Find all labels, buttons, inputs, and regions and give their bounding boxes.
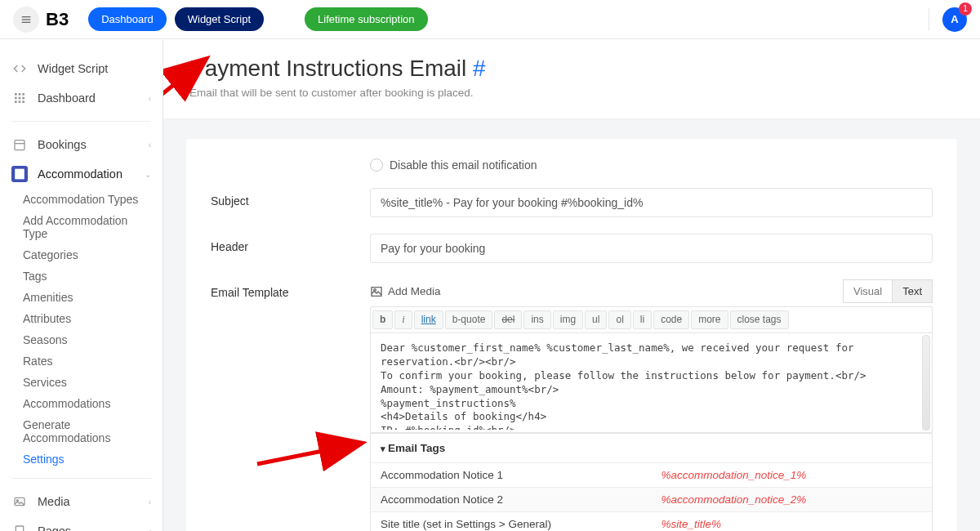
editor-button-link[interactable]: link: [414, 310, 443, 329]
svg-rect-17: [16, 526, 23, 531]
editor-button-ul[interactable]: ul: [585, 310, 607, 329]
sidebar-item-accommodation[interactable]: Accommodation ⌄: [0, 159, 163, 189]
tag-name: Accommodation Notice 2: [371, 488, 652, 511]
svg-rect-6: [15, 97, 17, 100]
submenu-services[interactable]: Services: [0, 372, 163, 393]
disable-notification-label: Disable this email notification: [390, 158, 537, 172]
svg-rect-14: [16, 169, 24, 179]
chevron-left-icon: ‹: [149, 527, 151, 532]
logo: B3: [46, 9, 69, 30]
submenu-tags[interactable]: Tags: [0, 266, 163, 287]
divider: [929, 8, 929, 31]
tag-name: Accommodation Notice 1: [371, 463, 652, 487]
chevron-left-icon: ‹: [149, 498, 151, 506]
add-media-label: Add Media: [388, 285, 441, 297]
sidebar-item-widget-script[interactable]: Widget Script: [0, 54, 163, 83]
submenu-accommodation-types[interactable]: Accommodation Types: [0, 189, 163, 210]
page-header: Payment Instructions Email # Email that …: [163, 39, 980, 119]
scrollbar[interactable]: [922, 335, 930, 431]
editor-button-ins[interactable]: ins: [523, 310, 550, 329]
submenu-amenities[interactable]: Amenities: [0, 287, 163, 308]
editor-button-del[interactable]: del: [494, 310, 522, 329]
sidebar-item-label: Pages: [38, 524, 149, 531]
header-input[interactable]: [370, 234, 933, 263]
svg-rect-12: [15, 141, 24, 150]
page-title: Payment Instructions Email #: [189, 56, 954, 82]
submenu-categories[interactable]: Categories: [0, 244, 163, 266]
sidebar-item-label: Media: [38, 495, 149, 508]
email-template-label: Email Template: [211, 279, 370, 299]
grid-icon: [11, 90, 28, 106]
subject-input[interactable]: [370, 188, 933, 217]
subject-label: Subject: [211, 188, 370, 207]
editor-button-close-tags[interactable]: close tags: [730, 310, 789, 329]
submenu-generate-accommodations[interactable]: Generate Accommodations: [0, 414, 163, 448]
pages-icon: [11, 523, 28, 531]
sidebar-item-media[interactable]: Media ‹: [0, 487, 163, 516]
chevron-down-icon: ⌄: [145, 170, 151, 179]
chevron-left-icon: ‹: [149, 94, 151, 103]
main-content: Payment Instructions Email # Email that …: [163, 39, 980, 531]
editor-toolbar: bilinkb-quotedelinsimgulollicodemoreclos…: [371, 307, 932, 333]
editor-button-i[interactable]: i: [394, 310, 412, 329]
add-media-button[interactable]: Add Media: [370, 281, 441, 302]
email-tags-toggle[interactable]: Email Tags: [371, 433, 932, 462]
svg-rect-8: [22, 97, 24, 100]
submenu-seasons[interactable]: Seasons: [0, 329, 163, 350]
media-icon: [370, 285, 383, 298]
svg-rect-10: [19, 100, 21, 103]
visual-tab[interactable]: Visual: [843, 279, 893, 303]
sidebar-item-label: Widget Script: [38, 62, 151, 75]
notification-badge: 1: [959, 2, 972, 16]
hamburger-icon[interactable]: [13, 7, 39, 33]
header-label: Header: [211, 234, 370, 253]
tag-row: Site title (set in Settings > General)%s…: [371, 511, 932, 531]
avatar-letter: A: [951, 13, 958, 25]
page-description: Email that will be sent to customer afte…: [189, 87, 954, 99]
tag-value: %accommodation_notice_1%: [652, 463, 933, 487]
image-icon: [11, 493, 28, 510]
editor-button-li[interactable]: li: [633, 310, 652, 329]
submenu-attributes[interactable]: Attributes: [0, 308, 163, 329]
sidebar-item-dashboard[interactable]: Dashboard ‹: [0, 83, 163, 113]
permalink-hash[interactable]: #: [473, 56, 486, 81]
user-avatar[interactable]: A 1: [942, 7, 967, 32]
editor-button-img[interactable]: img: [553, 310, 583, 329]
svg-rect-9: [15, 100, 17, 103]
settings-card: Disable this email notification Subject …: [186, 139, 957, 531]
sidebar-item-pages[interactable]: Pages ‹: [0, 516, 163, 531]
editor-button-b[interactable]: b: [372, 310, 393, 329]
tag-value: %site_title%: [652, 512, 933, 531]
svg-rect-5: [22, 93, 24, 96]
editor-button-code[interactable]: code: [653, 310, 689, 329]
submenu-settings[interactable]: Settings: [0, 448, 163, 470]
submenu-add-accommodation-type[interactable]: Add Accommodation Type: [0, 210, 163, 244]
editor-button-more[interactable]: more: [691, 310, 728, 329]
lifetime-subscription-button[interactable]: Lifetime subscription: [305, 7, 428, 31]
svg-rect-11: [22, 100, 24, 103]
disable-notification-checkbox[interactable]: [370, 158, 383, 172]
svg-rect-4: [19, 93, 21, 96]
svg-rect-3: [15, 93, 17, 96]
dashboard-button[interactable]: Dashboard: [88, 7, 167, 31]
tag-row: Accommodation Notice 2%accommodation_not…: [371, 487, 932, 511]
sidebar-item-bookings[interactable]: Bookings ‹: [0, 130, 163, 159]
divider: [11, 121, 151, 122]
sidebar-item-label: Bookings: [38, 138, 149, 151]
editor-button-b-quote[interactable]: b-quote: [445, 310, 493, 329]
submenu-accommodations[interactable]: Accommodations: [0, 393, 163, 414]
code-icon: [11, 60, 28, 77]
divider: [11, 478, 151, 479]
building-icon: [11, 166, 28, 182]
widget-script-button[interactable]: Widget Script: [175, 7, 264, 31]
sidebar-item-label: Dashboard: [38, 91, 149, 105]
sidebar-item-label: Accommodation: [38, 167, 145, 181]
svg-rect-7: [19, 97, 21, 100]
email-template-textarea[interactable]: [371, 333, 932, 430]
submenu-rates[interactable]: Rates: [0, 350, 163, 372]
top-bar: B3 Dashboard Widget Script Lifetime subs…: [0, 0, 980, 39]
tag-name: Site title (set in Settings > General): [371, 512, 652, 531]
editor-button-ol[interactable]: ol: [608, 310, 630, 329]
text-tab[interactable]: Text: [893, 279, 933, 303]
email-tags-section: Email Tags Accommodation Notice 1%accomm…: [370, 433, 933, 531]
